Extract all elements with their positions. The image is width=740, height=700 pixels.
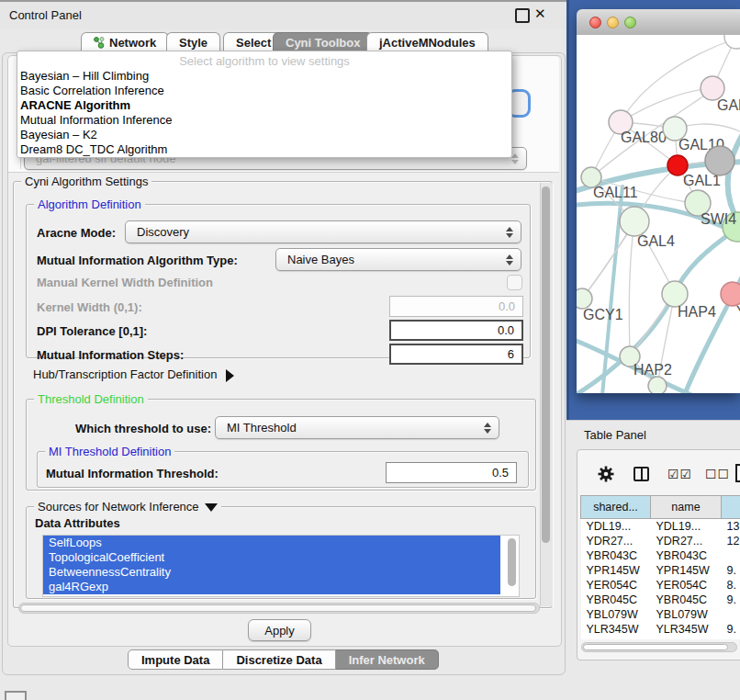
mi-threshold-label: Mutual Information Threshold: bbox=[46, 467, 219, 480]
tab-network[interactable]: Network bbox=[81, 32, 169, 52]
tab-style[interactable]: Style bbox=[166, 32, 220, 52]
algorithm-option[interactable]: Bayesian – Hill Climbing bbox=[17, 69, 511, 84]
data-attributes-list[interactable]: SelfLoopsTopologicalCoefficientBetweenne… bbox=[42, 535, 520, 597]
list-scrollbar-thumb[interactable] bbox=[508, 538, 516, 586]
mi-type-combo[interactable]: Naive Bayes bbox=[275, 248, 521, 271]
minimize-traffic-light[interactable] bbox=[607, 17, 619, 28]
bottom-tab-bar: Impute Data Discretize Data Infer Networ… bbox=[128, 649, 439, 670]
algorithm-option[interactable]: Basic Correlation Inference bbox=[17, 84, 511, 98]
attribute-list-item[interactable]: SelfLoops bbox=[43, 536, 500, 550]
float-window-icon[interactable] bbox=[515, 8, 530, 23]
network-node[interactable] bbox=[724, 35, 740, 49]
close-icon[interactable]: ✕ bbox=[534, 6, 546, 22]
aracne-mode-combo[interactable]: Discovery bbox=[125, 220, 521, 243]
column-header-name[interactable]: name bbox=[651, 496, 722, 519]
zoom-traffic-light[interactable] bbox=[624, 17, 636, 28]
dpi-tolerance-label: DPI Tolerance [0,1]: bbox=[37, 324, 147, 338]
algorithm-popup-list: Bayesian – Hill ClimbingBasic Correlatio… bbox=[17, 69, 511, 157]
network-node-label: Y bbox=[736, 304, 740, 320]
attribute-list-item[interactable]: TopologicalCoefficient bbox=[43, 550, 500, 565]
network-icon bbox=[94, 37, 105, 49]
tab-jactivemnodules[interactable]: jActiveMNodules bbox=[366, 32, 488, 52]
mi-threshold-field[interactable]: 0.5 bbox=[386, 462, 517, 483]
which-threshold-combo[interactable]: MI Threshold bbox=[215, 416, 499, 439]
split-columns-icon[interactable] bbox=[633, 467, 649, 481]
network-node-gcy1[interactable] bbox=[577, 288, 592, 309]
mi-type-label: Mutual Information Algorithm Type: bbox=[37, 254, 238, 267]
algorithm-option[interactable]: Dream8 DC_TDC Algorithm bbox=[17, 142, 511, 157]
network-node-label: SWI4 bbox=[701, 211, 736, 227]
cyni-settings-group-title: Cyni Algorithm Settings bbox=[21, 175, 151, 188]
dpi-tolerance-field[interactable]: 0.0 bbox=[389, 320, 523, 341]
network-node-gal4[interactable] bbox=[620, 207, 649, 236]
table-row[interactable]: YPR145WYPR145W9. bbox=[581, 563, 740, 578]
network-node[interactable] bbox=[705, 146, 734, 175]
table-row[interactable]: YER054CYER054C8. bbox=[581, 578, 740, 593]
expanded-arrow-icon bbox=[205, 503, 218, 512]
network-edge[interactable] bbox=[728, 127, 740, 224]
table-panel-title: Table Panel bbox=[584, 428, 646, 442]
network-view-window: GALGAL80GAL10GAL1GAL11SWI4GAL4GCY1HAP4YH… bbox=[577, 9, 740, 393]
attribute-list-item[interactable]: BetweennessCentrality bbox=[43, 565, 500, 580]
table-row[interactable]: YDL19...YDL19...13 bbox=[581, 519, 740, 535]
checked-columns-icon[interactable]: ☑☑ bbox=[667, 467, 692, 481]
network-node-label: HAP4 bbox=[678, 304, 716, 320]
node-attribute-table: shared... name YDL19...YDL19...13YDR27..… bbox=[580, 495, 740, 639]
column-header-shared-name[interactable]: shared... bbox=[581, 496, 651, 519]
gear-icon[interactable] bbox=[597, 465, 615, 483]
combo-arrows-icon bbox=[484, 423, 491, 434]
network-edge[interactable] bbox=[629, 221, 634, 356]
aracne-mode-label: Aracne Mode: bbox=[37, 226, 116, 240]
network-node[interactable] bbox=[648, 377, 667, 393]
table-row[interactable]: YIL052CYIL052C9 bbox=[581, 637, 740, 639]
threshold-definition-title: Threshold Definition bbox=[34, 392, 148, 406]
which-threshold-label: Which threshold to use: bbox=[75, 422, 211, 435]
tab-impute-data[interactable]: Impute Data bbox=[128, 649, 223, 670]
manual-kernel-label: Manual Kernel Width Definition bbox=[37, 276, 213, 289]
network-node-label: GAL11 bbox=[593, 185, 638, 200]
algorithm-option[interactable]: ARACNE Algorithm bbox=[17, 98, 511, 113]
network-node-hap4[interactable] bbox=[662, 281, 688, 307]
algorithm-popup-header: Select algorithm to view settings bbox=[17, 51, 511, 69]
algorithm-option[interactable]: Bayesian – K2 bbox=[17, 128, 511, 142]
tab-discretize-data[interactable]: Discretize Data bbox=[223, 649, 335, 670]
minimized-panel-icon[interactable] bbox=[5, 691, 27, 700]
network-node-label: GAL80 bbox=[621, 130, 667, 145]
column-header-clipped[interactable] bbox=[722, 496, 740, 519]
network-node-label: GAL4 bbox=[637, 233, 675, 249]
algorithm-option[interactable]: Mutual Information Inference bbox=[17, 113, 511, 128]
manual-kernel-checkbox[interactable] bbox=[507, 275, 522, 290]
screen: Control Panel ✕ Network Style Select Cyn… bbox=[0, 0, 740, 700]
table-row[interactable]: YBR043CYBR043C bbox=[581, 548, 740, 563]
tab-infer-network[interactable]: Infer Network bbox=[336, 649, 439, 670]
network-edge[interactable] bbox=[621, 88, 712, 122]
sources-group-title[interactable]: Sources for Network Inference bbox=[34, 500, 221, 514]
network-node-label: HAP2 bbox=[633, 362, 672, 378]
apply-button[interactable]: Apply bbox=[248, 619, 311, 641]
table-scroll-area[interactable]: shared... name YDL19...YDL19...13YDR27..… bbox=[580, 495, 740, 639]
table-row[interactable]: YBR045CYBR045C9. bbox=[581, 593, 740, 607]
close-traffic-light[interactable] bbox=[589, 17, 601, 28]
settings-horizontal-scrollbar-thumb[interactable] bbox=[20, 604, 536, 612]
unchecked-columns-icon[interactable]: ☐☐ bbox=[705, 467, 730, 481]
table-body: YDL19...YDL19...13YDR27...YDR27...12YBR0… bbox=[581, 519, 740, 640]
settings-vertical-scrollbar-thumb[interactable] bbox=[542, 186, 550, 543]
new-table-icon[interactable] bbox=[735, 464, 740, 482]
mi-steps-field[interactable]: 6 bbox=[389, 344, 523, 365]
table-row[interactable]: YDR27...YDR27...12 bbox=[581, 534, 740, 548]
network-node-label: GCY1 bbox=[583, 307, 623, 322]
table-horizontal-scrollbar-thumb[interactable] bbox=[583, 644, 728, 650]
table-row[interactable]: YBL079WYBL079W bbox=[581, 607, 740, 622]
network-window-titlebar[interactable] bbox=[577, 9, 740, 36]
hub-definition-toggle[interactable]: Hub/Transcription Factor Definition bbox=[33, 367, 234, 382]
table-row[interactable]: YLR345WYLR345W9. bbox=[581, 622, 740, 637]
kernel-width-field[interactable]: 0.0 bbox=[389, 296, 523, 317]
combo-arrows-icon bbox=[506, 227, 513, 238]
kernel-width-label: Kernel Width (0,1): bbox=[37, 300, 142, 314]
network-node-y[interactable] bbox=[721, 282, 740, 306]
tab-cyni-toolbox[interactable]: Cyni Toolbox bbox=[273, 32, 373, 52]
mi-threshold-group-title: MI Threshold Definition bbox=[45, 445, 174, 458]
network-view[interactable]: GALGAL80GAL10GAL1GAL11SWI4GAL4GCY1HAP4YH… bbox=[577, 35, 740, 393]
network-node-label: GAL bbox=[717, 97, 740, 113]
attribute-list-item[interactable]: gal4RGexp bbox=[43, 580, 500, 594]
